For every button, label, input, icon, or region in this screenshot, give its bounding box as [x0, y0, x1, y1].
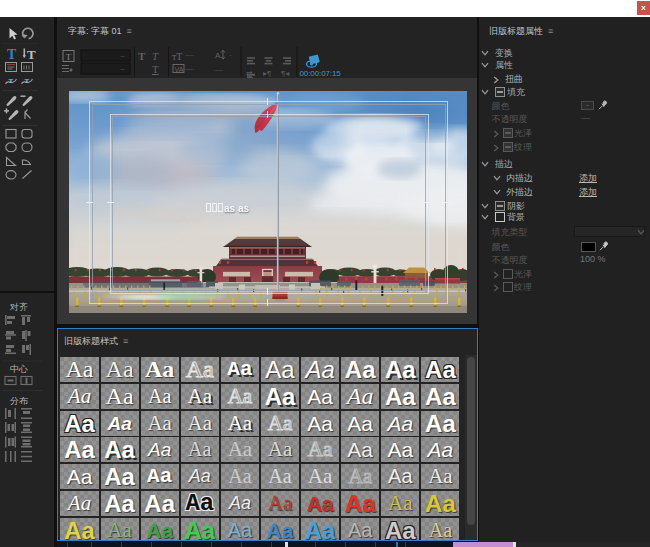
svg-text:—: —: [185, 64, 194, 74]
svg-text:A: A: [215, 51, 221, 60]
svg-text:对齐: 对齐: [9, 302, 28, 312]
svg-text:T: T: [66, 52, 72, 62]
svg-text:T: T: [152, 50, 159, 62]
svg-text:⇄: ⇄: [246, 69, 253, 78]
svg-text:00:00:07:15: 00:00:07:15: [300, 69, 342, 78]
svg-text:—: —: [185, 50, 194, 60]
svg-text:VA: VA: [175, 66, 184, 73]
svg-text:¶◂: ¶◂: [281, 69, 289, 78]
svg-text:T: T: [152, 63, 159, 75]
svg-text:~: ~: [120, 52, 125, 61]
svg-text:T: T: [27, 47, 36, 62]
svg-text:T: T: [7, 47, 17, 62]
svg-text:▸¶: ▸¶: [263, 69, 271, 78]
svg-text:中心: 中心: [10, 364, 28, 374]
svg-text:T: T: [138, 50, 146, 62]
svg-text:T: T: [25, 77, 30, 85]
svg-text:T: T: [9, 77, 14, 85]
svg-text:-: -: [229, 50, 232, 59]
svg-text:тT: тT: [172, 51, 182, 62]
svg-text:分布: 分布: [10, 396, 29, 406]
svg-text:—: —: [214, 65, 223, 75]
svg-text:~: ~: [120, 65, 125, 74]
